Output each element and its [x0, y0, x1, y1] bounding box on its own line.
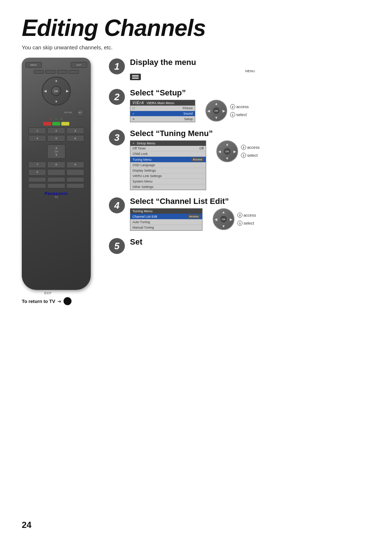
green-button[interactable] — [52, 122, 60, 126]
main-content: MENU EXIT ▲ ▼ ◀ ▶ OK — [22, 58, 370, 305]
bottom-btn-5[interactable] — [47, 183, 65, 188]
ch-container: ∧ CH ∨ — [25, 144, 87, 159]
autotuning-label: Auto Tuning — [132, 220, 150, 224]
num-btn-extra2[interactable] — [66, 169, 84, 176]
select-text-4: select — [244, 221, 254, 225]
step-1-row: 1 Display the menu MENU — [109, 58, 370, 82]
num-btn-0[interactable]: 0 — [28, 169, 46, 176]
black-exit-circle[interactable] — [64, 297, 72, 305]
access-num-3: 2 — [241, 145, 246, 150]
remote-small-btn-2[interactable] — [45, 70, 56, 74]
setup-label: Setup — [184, 117, 193, 121]
step-2-menu-row: VIErA VIERA Main Menu □ Picture ♪ Sound — [130, 100, 370, 122]
bottom-btn-4[interactable] — [28, 183, 46, 188]
access-select-3: 2 access 1 select — [241, 145, 260, 158]
remote-small-btn-3[interactable] — [57, 70, 67, 74]
num-btn-5[interactable]: 5 — [47, 135, 65, 142]
access-label-2: 2 access — [230, 104, 249, 109]
step-1-menu-icon-wrapper: MENU — [130, 69, 370, 80]
ch-down-arrow[interactable]: ∨ — [55, 153, 58, 157]
ok-up-2: ▲ — [215, 102, 218, 106]
menu-line-1 — [132, 75, 139, 76]
step-2-heading: Select “Setup” — [130, 88, 370, 98]
bottom-btn-1[interactable] — [28, 177, 46, 182]
menu-button[interactable]: MENU — [25, 62, 42, 68]
remote-top-row: MENU EXIT — [25, 62, 87, 68]
num-btn-6[interactable]: 6 — [66, 135, 84, 142]
access-num-2: 2 — [230, 104, 235, 109]
red-label: R — [50, 118, 52, 120]
setup-menu-title: Setup Menu — [137, 142, 155, 145]
return-to-tv-row: To return to TV ➔ — [22, 297, 102, 305]
panasonic-logo: Panasonic TV — [25, 191, 87, 199]
setup-row-display: Display Settings — [130, 168, 206, 173]
ch-block: ∧ CH ∨ — [47, 144, 65, 159]
ok-down-4: ▼ — [222, 224, 225, 228]
red-button[interactable] — [43, 122, 51, 126]
step-1-heading: Display the menu — [130, 58, 370, 67]
color-buttons-row — [25, 122, 87, 126]
remote-small-btn-1[interactable] — [34, 70, 44, 74]
step-5-content: Set — [130, 237, 370, 249]
main-menu-title: VIERA Main Menu — [147, 101, 174, 105]
sound-label: Sound — [183, 112, 193, 115]
select-num-2: 1 — [230, 112, 235, 117]
bottom-btn-3[interactable] — [66, 177, 84, 182]
access-text-4: access — [244, 213, 256, 217]
ok-right-3: ▶ — [233, 149, 236, 153]
sound-icon: ♪ — [132, 112, 134, 115]
number-grid-1: 1 2 3 4 5 6 — [28, 127, 84, 142]
tuning-label: Tuning Menu — [132, 158, 151, 161]
tuning-menu-header: Tuning Menu — [130, 209, 202, 214]
menu-line-3 — [132, 78, 139, 79]
step-2-row: 2 Select “Setup” VIErA VIERA Main Menu □… — [109, 88, 370, 122]
ok-center-4: OK — [220, 216, 227, 223]
setup-row-osd: OSD Language — [130, 163, 206, 168]
step-4-content: Select “Channel List Edit” Tuning Menu C… — [130, 197, 370, 231]
system-label: System Menu — [132, 180, 152, 183]
dpad[interactable]: ▲ ▼ ◀ ▶ OK — [42, 77, 71, 106]
step-3-heading: Select “Tuning Menu” — [130, 129, 370, 138]
num-btn-extra1[interactable] — [47, 169, 65, 176]
channeledit-label: Channel List Edit — [132, 215, 157, 218]
num-btn-2[interactable]: 2 — [47, 127, 65, 134]
ok-left-2: ◀ — [207, 109, 210, 113]
setup-row-viera: VIERA Link Settings — [130, 173, 206, 179]
dpad-left-arrow: ◀ — [44, 89, 46, 93]
return-button[interactable]: ↩ — [76, 108, 84, 116]
num-btn-1[interactable]: 1 — [28, 127, 46, 134]
yellow-button[interactable] — [61, 122, 69, 126]
select-label-4: 1 select — [237, 221, 256, 226]
bottom-btn-6[interactable] — [66, 183, 84, 188]
ok-diagram-2: ▲ ▼ ◀ ▶ OK 2 access — [200, 100, 249, 122]
select-num-3: 1 — [241, 153, 246, 158]
panasonic-brand: Panasonic — [25, 191, 87, 196]
ok-center-3: OK — [224, 148, 231, 155]
manualtuning-label: Manual Tuning — [132, 226, 154, 229]
step-5-heading: Set — [130, 237, 370, 247]
ch-up-arrow[interactable]: ∧ — [55, 146, 58, 150]
step-1-content: Display the menu MENU — [130, 58, 370, 82]
tuning-row-manualtuning: Manual Tuning — [130, 225, 202, 230]
num-btn-7[interactable]: 7 — [28, 161, 46, 168]
exit-button[interactable]: EXIT — [71, 62, 87, 68]
setup-row-system: System Menu — [130, 179, 206, 184]
num-btn-9[interactable]: 9 — [66, 161, 84, 168]
remote-small-btn-4[interactable] — [69, 70, 79, 74]
num-btn-4[interactable]: 4 — [28, 135, 46, 142]
step-1-menu-icon-box — [130, 74, 141, 80]
steps-content: 1 Display the menu MENU 2 — [109, 58, 370, 261]
num-btn-8[interactable]: 8 — [47, 161, 65, 168]
ok-button[interactable]: OK — [51, 86, 61, 96]
main-menu-screen: VIErA VIERA Main Menu □ Picture ♪ Sound — [130, 100, 195, 122]
viera-link-label: VIERA Link Settings — [132, 174, 162, 178]
ok-down-2: ▼ — [215, 116, 218, 120]
color-labels-row: R G Y — [25, 118, 87, 120]
setup-menu-icon: ≡ — [132, 142, 134, 145]
bottom-btn-2[interactable] — [47, 177, 65, 182]
exit-bottom-area: EXIT To return to TV ➔ — [22, 291, 102, 305]
num-btn-3[interactable]: 3 — [66, 127, 84, 134]
tuning-row-autotuning: Auto Tuning — [130, 220, 202, 225]
step-3-content: Select “Tuning Menu” ≡ Setup Menu Off Ti… — [130, 129, 370, 190]
step-4-badge: 4 — [109, 197, 125, 213]
